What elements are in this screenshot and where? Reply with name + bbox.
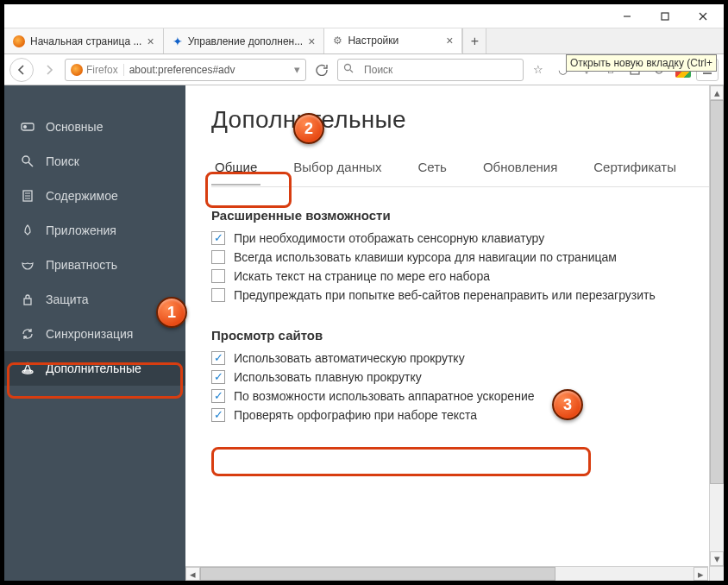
option-checkbox[interactable] <box>211 250 225 264</box>
option-checkbox[interactable] <box>211 351 225 365</box>
identity-box[interactable]: Firefox <box>66 64 124 76</box>
url-input[interactable] <box>124 64 289 76</box>
subtab-network[interactable]: Сеть <box>415 154 450 185</box>
option-label: При необходимости отображать сенсорную к… <box>234 231 544 245</box>
rocket-icon <box>20 223 35 237</box>
sidebar-item-label: Синхронизация <box>46 327 133 341</box>
firefox-icon <box>13 35 25 47</box>
sidebar-item-general[interactable]: Основные <box>4 110 185 144</box>
close-icon[interactable]: × <box>147 35 154 48</box>
scroll-right-button[interactable]: ▸ <box>693 567 708 581</box>
option-checkbox[interactable] <box>211 408 225 422</box>
sidebar-item-advanced[interactable]: Дополнительные <box>4 351 185 386</box>
option-checkbox[interactable] <box>211 288 225 302</box>
puzzle-icon: ✦ <box>173 35 183 48</box>
option-smooth-scroll: Использовать плавную прокрутку <box>211 370 724 384</box>
scroll-thumb[interactable] <box>710 100 724 484</box>
sidebar-item-applications[interactable]: Приложения <box>4 213 185 248</box>
tab-strip: Начальная страница ... × ✦ Управление до… <box>4 28 724 54</box>
svg-line-5 <box>350 70 353 72</box>
search-icon <box>20 154 35 168</box>
settings-content: Дополнительные Общие Выбор данных Сеть О… <box>185 85 724 581</box>
search-input[interactable] <box>359 64 523 76</box>
tab-settings[interactable]: ⚙ Настройки × <box>324 28 462 53</box>
option-checkbox[interactable] <box>211 370 225 384</box>
subtab-updates[interactable]: Обновления <box>480 154 561 185</box>
firefox-icon <box>71 64 83 76</box>
identity-label: Firefox <box>86 64 118 76</box>
option-spellcheck: Проверять орфографию при наборе текста <box>211 408 724 422</box>
option-search-typing: Искать текст на странице по мере его наб… <box>211 269 724 283</box>
svg-point-12 <box>22 156 29 163</box>
tab-start-page[interactable]: Начальная страница ... × <box>4 28 164 53</box>
scroll-track[interactable] <box>200 567 693 581</box>
scroll-corner <box>709 566 724 581</box>
sidebar-item-label: Дополнительные <box>46 362 141 375</box>
option-label: Искать текст на странице по мере его наб… <box>234 269 490 283</box>
window-minimize-button[interactable] <box>608 5 646 28</box>
window-close-button[interactable] <box>684 5 722 28</box>
svg-rect-1 <box>662 13 668 20</box>
sidebar-item-search[interactable]: Поиск <box>4 144 185 179</box>
new-tab-tooltip: Открыть новую вкладку (Ctrl+ <box>566 54 717 72</box>
option-label: Предупреждать при попытке веб-сайтов пер… <box>234 288 656 302</box>
option-autoscroll: Использовать автоматическую прокрутку <box>211 351 724 365</box>
main-area: Основные Поиск Содержимое Приложения При… <box>4 85 724 581</box>
option-checkbox[interactable] <box>211 231 225 245</box>
tab-label: Настройки <box>348 35 399 47</box>
nav-forward-button[interactable] <box>37 58 61 82</box>
option-hardware-acceleration: По возможности использовать аппаратное у… <box>211 389 724 403</box>
close-icon[interactable]: × <box>446 34 453 47</box>
option-cursor-keys: Всегда использовать клавиши курсора для … <box>211 250 724 264</box>
option-warn-redirect: Предупреждать при попытке веб-сайтов пер… <box>211 288 724 302</box>
vertical-scrollbar[interactable]: ▴ ▾ <box>709 85 724 566</box>
scroll-left-button[interactable]: ◂ <box>185 567 200 581</box>
sidebar-item-sync[interactable]: Синхронизация <box>4 317 185 351</box>
nav-back-button[interactable] <box>9 58 34 82</box>
svg-point-4 <box>345 65 351 71</box>
option-checkbox[interactable] <box>211 389 225 403</box>
subtab-certificates[interactable]: Сертификаты <box>590 154 680 185</box>
option-label: Всегда использовать клавиши курсора для … <box>234 250 617 264</box>
scroll-down-button[interactable]: ▾ <box>710 551 724 566</box>
sidebar-item-label: Основные <box>46 120 103 134</box>
search-box[interactable] <box>337 59 524 81</box>
window-titlebar <box>4 4 724 28</box>
svg-rect-18 <box>24 299 31 305</box>
option-label: По возможности использовать аппаратное у… <box>234 389 535 403</box>
close-icon[interactable]: × <box>308 35 315 48</box>
lock-icon <box>20 292 35 306</box>
dropdown-icon[interactable]: ▾ <box>289 63 305 76</box>
tab-strip-fill <box>486 28 724 53</box>
option-checkbox[interactable] <box>211 269 225 283</box>
tab-label: Управление дополнен... <box>188 35 304 47</box>
tab-addons[interactable]: ✦ Управление дополнен... × <box>164 28 325 53</box>
reload-button[interactable] <box>310 58 334 82</box>
scroll-track[interactable] <box>710 100 724 551</box>
url-bar[interactable]: Firefox ▾ <box>65 59 306 81</box>
sidebar-item-label: Содержимое <box>46 189 118 203</box>
sidebar-item-label: Защита <box>46 292 89 306</box>
option-touch-keyboard: При необходимости отображать сенсорную к… <box>211 231 724 245</box>
scroll-thumb[interactable] <box>200 567 555 581</box>
page-title: Дополнительные <box>211 106 724 134</box>
option-label: Проверять орфографию при наборе текста <box>234 408 477 422</box>
sidebar-item-label: Приватность <box>46 258 117 272</box>
svg-line-13 <box>28 162 33 167</box>
settings-sidebar: Основные Поиск Содержимое Приложения При… <box>4 85 185 581</box>
sidebar-item-privacy[interactable]: Приватность <box>4 248 185 282</box>
star-icon[interactable]: ☆ <box>527 59 549 81</box>
sidebar-item-label: Поиск <box>46 154 79 168</box>
horizontal-scrollbar[interactable]: ◂ ▸ <box>185 566 708 581</box>
subtab-data-choices[interactable]: Выбор данных <box>290 154 385 185</box>
switch-icon <box>20 120 35 134</box>
window-maximize-button[interactable] <box>646 5 684 28</box>
sync-icon <box>20 327 35 341</box>
sidebar-item-security[interactable]: Защита <box>4 282 185 317</box>
subtab-general[interactable]: Общие <box>211 154 260 185</box>
new-tab-button[interactable]: + <box>462 28 486 53</box>
sidebar-item-content[interactable]: Содержимое <box>4 179 185 213</box>
scroll-up-button[interactable]: ▴ <box>710 85 724 100</box>
tab-label: Начальная страница ... <box>30 35 141 47</box>
mask-icon <box>20 258 35 272</box>
